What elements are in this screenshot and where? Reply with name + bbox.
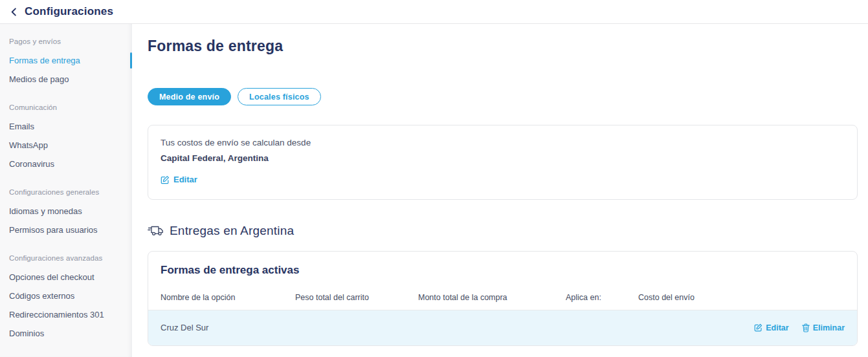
sidebar-section-pagos: Pagos y envíos Formas de entrega Medios … <box>0 32 132 89</box>
sidebar-section-header: Configuraciones generales <box>0 182 132 202</box>
sidebar-item-medios-de-pago[interactable]: Medios de pago <box>0 70 132 89</box>
delivery-truck-icon <box>148 224 164 237</box>
edit-origin-button[interactable]: Editar <box>161 175 197 184</box>
sidebar-section-header: Configuraciones avanzadas <box>0 248 132 268</box>
edit-method-button[interactable]: Editar <box>754 323 788 332</box>
back-button[interactable] <box>6 5 21 19</box>
topbar: Configuraciones <box>0 0 868 24</box>
delete-method-label: Eliminar <box>813 323 845 332</box>
column-header-costo: Costo del envío <box>638 293 735 302</box>
page-breadcrumb-title: Configuraciones <box>25 5 113 18</box>
method-name: Cruz Del Sur <box>161 323 295 332</box>
edit-pencil-icon <box>754 323 762 332</box>
shipping-origin-card: Tus costos de envío se calculan desde Ca… <box>148 125 858 200</box>
edit-pencil-icon <box>161 175 170 184</box>
delivery-type-tabs: Medio de envío Locales físicos <box>148 88 858 105</box>
country-deliveries-heading: Entregas en Argentina <box>148 224 858 238</box>
sidebar-section-comunicacion: Comunicación Emails WhatsApp Coronavirus <box>0 98 132 173</box>
column-header-monto: Monto total de la compra <box>418 293 566 302</box>
country-deliveries-title: Entregas en Argentina <box>170 224 294 238</box>
table-row-cruz-del-sur[interactable]: Cruz Del Sur Editar <box>148 310 857 345</box>
layout: Pagos y envíos Formas de entrega Medios … <box>0 24 868 357</box>
edit-origin-label: Editar <box>173 175 197 184</box>
row-actions: Editar Eliminar <box>754 323 845 332</box>
column-header-aplica: Aplica en: <box>566 293 638 302</box>
column-header-nombre: Nombre de la opción <box>161 293 295 302</box>
sidebar-item-dominios[interactable]: Dominios <box>0 324 132 343</box>
sidebar-item-whatsapp[interactable]: WhatsApp <box>0 136 132 155</box>
sidebar-item-idiomas-y-monedas[interactable]: Idiomas y monedas <box>0 202 132 221</box>
delete-method-button[interactable]: Eliminar <box>802 323 845 332</box>
sidebar-item-coronavirus[interactable]: Coronavirus <box>0 155 132 173</box>
sidebar-section-generales: Configuraciones generales Idiomas y mone… <box>0 182 132 239</box>
main-content: Formas de entrega Medio de envío Locales… <box>132 24 868 357</box>
sidebar-item-codigos-externos[interactable]: Códigos externos <box>0 287 132 305</box>
active-methods-card: Formas de entrega activas Nombre de la o… <box>148 251 858 346</box>
edit-method-label: Editar <box>766 323 788 332</box>
sidebar-section-header: Comunicación <box>0 98 132 117</box>
active-methods-title: Formas de entrega activas <box>148 252 857 277</box>
sidebar-item-opciones-checkout[interactable]: Opciones del checkout <box>0 268 132 287</box>
page-title: Formas de entrega <box>148 38 858 55</box>
tab-locales-fisicos[interactable]: Locales físicos <box>238 88 321 105</box>
column-header-peso: Peso total del carrito <box>295 293 418 302</box>
chevron-left-icon <box>9 7 19 17</box>
settings-sidebar: Pagos y envíos Formas de entrega Medios … <box>0 24 132 357</box>
methods-table-header: Nombre de la opción Peso total del carri… <box>148 277 857 310</box>
sidebar-item-formas-de-entrega[interactable]: Formas de entrega <box>0 51 132 70</box>
origin-description: Tus costos de envío se calculan desde <box>161 138 845 147</box>
sidebar-item-redireccionamientos[interactable]: Redireccionamientos 301 <box>0 305 132 324</box>
origin-location: Capital Federal, Argentina <box>161 153 845 163</box>
sidebar-item-emails[interactable]: Emails <box>0 117 132 136</box>
sidebar-item-permisos-usuarios[interactable]: Permisos para usuarios <box>0 221 132 239</box>
sidebar-section-header: Pagos y envíos <box>0 32 132 51</box>
tab-medio-de-envio[interactable]: Medio de envío <box>148 88 231 105</box>
sidebar-section-avanzadas: Configuraciones avanzadas Opciones del c… <box>0 248 132 343</box>
trash-icon <box>802 323 810 332</box>
